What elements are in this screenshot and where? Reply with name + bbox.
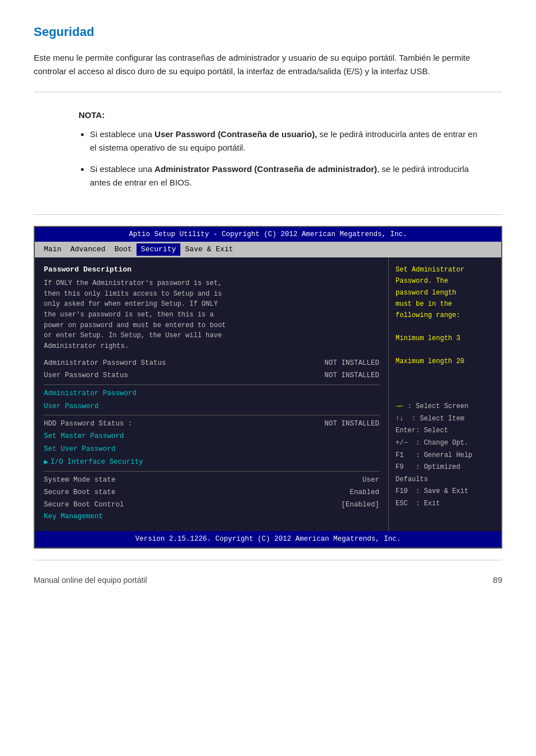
note-item-2: Si establece una Administrator Password …	[90, 162, 480, 189]
page-title: Seguridad	[34, 22, 502, 41]
intro-paragraph: Este menu le permite configurar las cont…	[34, 51, 502, 78]
bios-secure-boot-control-label: Secure Boot Control	[44, 500, 124, 510]
note-section: NOTA: Si establece una User Password (Co…	[34, 103, 502, 203]
bios-user-password-status-row: User Password Status NOT INSTALLED	[44, 370, 379, 381]
bios-sep1	[44, 384, 379, 385]
bios-user-password-status-label: User Password Status	[44, 370, 128, 381]
bios-description: If ONLY the Administrator's password is …	[44, 278, 379, 351]
bios-screen: Aptio Setup Utility - Copyright (C) 2012…	[34, 226, 502, 549]
bios-menubar: Main Advanced Boot Security Save & Exit	[35, 242, 501, 257]
bios-section-title: Password Description	[44, 264, 379, 275]
bios-menu-advanced[interactable]: Advanced	[66, 243, 110, 256]
note-item-1-bold: User Password (Contraseña de usuario),	[155, 129, 317, 139]
bios-io-interface-link[interactable]: I/O Interface Security	[51, 457, 143, 468]
note-title: NOTA:	[79, 109, 480, 122]
bios-system-mode-value: User	[362, 475, 379, 486]
bios-key-management-link[interactable]: Key Management	[44, 511, 379, 522]
bios-titlebar: Aptio Setup Utility - Copyright (C) 2012…	[35, 227, 501, 242]
bios-right-panel: Set Administrator Password. The password…	[389, 257, 501, 531]
bios-hdd-password-status-value: NOT INSTALLED	[324, 419, 379, 429]
bios-secure-boot-state-row: Secure Boot state Enabled	[44, 487, 379, 498]
bios-menu-main[interactable]: Main	[39, 243, 66, 256]
bios-sep3	[44, 471, 379, 472]
bios-nav-keys: →← : Select Screen ↑↓ : Select Item Ente…	[396, 401, 494, 510]
bios-nav-f10: F10 : Save & Exit	[396, 486, 494, 498]
bios-hdd-password-status-row: HDD Password Status : NOT INSTALLED	[44, 419, 379, 429]
bios-nav-f9: F9 : Optimized Defaults	[396, 461, 494, 486]
bios-admin-password-status-label: Administrator Password Status	[44, 358, 166, 369]
bios-menu-security[interactable]: Security	[137, 243, 180, 256]
bios-secure-boot-control-row: Secure Boot Control [Enabled]	[44, 500, 379, 510]
bios-hdd-password-status-label: HDD Password Status :	[44, 419, 133, 429]
bios-nav-esc: ESC : Exit	[396, 498, 494, 510]
bios-sep2	[44, 415, 379, 415]
bios-secure-boot-state-label: Secure Boot state	[44, 487, 116, 498]
bios-admin-password-link[interactable]: Administrator Password	[44, 388, 379, 399]
bios-set-user-password-link[interactable]: Set User Password	[44, 444, 379, 455]
bios-body: Password Description If ONLY the Adminis…	[35, 257, 501, 531]
bios-admin-password-status-value: NOT INSTALLED	[324, 358, 379, 369]
bios-footer: Version 2.15.1226. Copyright (C) 2012 Am…	[35, 531, 501, 547]
note-item-1: Si establece una User Password (Contrase…	[90, 128, 480, 155]
bios-help-text: Set Administrator Password. The password…	[396, 264, 494, 368]
bios-system-mode-label: System Mode state	[44, 475, 116, 486]
bios-secure-boot-state-value: Enabled	[349, 487, 379, 498]
bios-system-mode-row: System Mode state User	[44, 475, 379, 486]
bios-user-password-status-value: NOT INSTALLED	[324, 370, 379, 381]
bios-nav-select-screen: →← : Select Screen	[396, 401, 494, 413]
bios-left-panel: Password Description If ONLY the Adminis…	[35, 257, 389, 531]
note-item-2-bold: Administrator Password (Contraseña de ad…	[155, 164, 377, 174]
bios-secure-boot-control-value: [Enabled]	[341, 500, 379, 510]
footer-manual-label: Manual online del equipo portátil	[34, 574, 147, 586]
note-list: Si establece una User Password (Contrase…	[79, 128, 480, 189]
bottom-divider	[34, 214, 502, 215]
bios-nav-change: +/− : Change Opt.	[396, 437, 494, 450]
bios-io-interface-row: ► I/O Interface Security	[44, 457, 379, 468]
bios-user-password-link[interactable]: User Password	[44, 401, 379, 412]
bios-admin-password-status-row: Administrator Password Status NOT INSTAL…	[44, 358, 379, 369]
bios-nav-enter: Enter: Select	[396, 425, 494, 437]
bios-pointer-arrow-icon: ►	[44, 457, 48, 468]
footer-page-number: 89	[493, 574, 502, 587]
bios-menu-save-exit[interactable]: Save & Exit	[180, 243, 238, 256]
bios-nav-f1: F1 : General Help	[396, 450, 494, 462]
bios-menu-boot[interactable]: Boot	[110, 243, 137, 256]
top-divider	[34, 92, 502, 92]
page-footer: Manual online del equipo portátil 89	[34, 560, 502, 592]
bios-nav-select-item: ↑↓ : Select Item	[396, 413, 494, 425]
bios-set-master-password-link[interactable]: Set Master Password	[44, 431, 379, 442]
